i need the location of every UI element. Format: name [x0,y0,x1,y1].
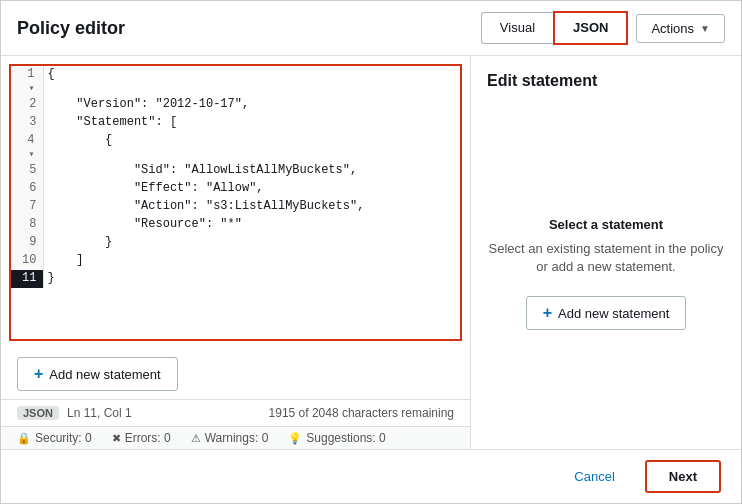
plus-icon-right: + [543,304,552,322]
code-line: 5 "Sid": "AllowListAllMyBuckets", [11,162,460,180]
json-badge: JSON [17,406,59,420]
code-line: 3 "Statement": [ [11,114,460,132]
status-label: Warnings: 0 [205,431,269,445]
code-line-content: "Statement": [ [43,114,460,132]
line-number: 2 [11,96,43,114]
code-line-content: ] [43,252,460,270]
status-label: Suggestions: 0 [306,431,385,445]
code-line-content: "Effect": "Allow", [43,180,460,198]
editor-panel: 1 ▾{2 "Version": "2012-10-17",3 "Stateme… [1,56,471,449]
status-icon: 🔒 [17,432,31,445]
cursor-position: Ln 11, Col 1 [67,406,132,420]
code-line-content: } [43,234,460,252]
editor-footer: JSON Ln 11, Col 1 1915 of 2048 character… [1,399,470,426]
status-label: Security: 0 [35,431,92,445]
status-label: Errors: 0 [125,431,171,445]
code-line: 9 } [11,234,460,252]
code-line-content: "Resource": "*" [43,216,460,234]
chevron-down-icon: ▼ [700,23,710,34]
content-area: 1 ▾{2 "Version": "2012-10-17",3 "Stateme… [1,56,741,449]
code-line-content: "Version": "2012-10-17", [43,96,460,114]
code-table: 1 ▾{2 "Version": "2012-10-17",3 "Stateme… [11,66,460,288]
tab-json[interactable]: JSON [553,11,628,45]
code-line: 6 "Effect": "Allow", [11,180,460,198]
status-item: 💡Suggestions: 0 [288,431,385,445]
code-line: 2 "Version": "2012-10-17", [11,96,460,114]
line-number: 7 [11,198,43,216]
status-icon: ⚠ [191,432,201,445]
code-line-content: { [43,66,460,96]
code-line: 11} [11,270,460,288]
plus-icon: + [34,365,43,383]
add-statement-area: + Add new statement [1,349,470,399]
code-line-content: { [43,132,460,162]
select-statement-title: Select a statement [549,217,663,232]
status-icon: ✖ [112,432,121,445]
code-line: 1 ▾{ [11,66,460,96]
next-button[interactable]: Next [645,460,721,493]
code-line: 8 "Resource": "*" [11,216,460,234]
select-statement-section: Select a statement Select an existing st… [487,114,725,433]
status-item: 🔒Security: 0 [17,431,92,445]
editor-info: JSON Ln 11, Col 1 [17,406,132,420]
header: Policy editor Visual JSON Actions ▼ [1,1,741,56]
line-number: 9 [11,234,43,252]
add-statement-button[interactable]: + Add new statement [17,357,178,391]
line-number: 6 [11,180,43,198]
bottom-actions: Cancel Next [1,449,741,503]
code-line: 4 ▾ { [11,132,460,162]
add-new-statement-button[interactable]: + Add new statement [526,296,687,330]
status-bar: 🔒Security: 0✖Errors: 0⚠Warnings: 0💡Sugge… [1,426,470,449]
line-number: 8 [11,216,43,234]
select-statement-desc: Select an existing statement in the poli… [487,240,725,276]
code-line: 10 ] [11,252,460,270]
right-panel: Edit statement Select a statement Select… [471,56,741,449]
line-number: 3 [11,114,43,132]
code-line: 7 "Action": "s3:ListAllMyBuckets", [11,198,460,216]
status-item: ✖Errors: 0 [112,431,171,445]
actions-button[interactable]: Actions ▼ [636,14,725,43]
page-title: Policy editor [17,18,125,39]
tab-group: Visual JSON [481,11,629,45]
right-panel-title: Edit statement [487,72,725,90]
chars-remaining: 1915 of 2048 characters remaining [269,406,454,420]
code-editor[interactable]: 1 ▾{2 "Version": "2012-10-17",3 "Stateme… [9,64,462,341]
tab-visual[interactable]: Visual [481,12,553,44]
status-item: ⚠Warnings: 0 [191,431,269,445]
policy-editor-container: Policy editor Visual JSON Actions ▼ 1 ▾{… [0,0,742,504]
cancel-button[interactable]: Cancel [556,462,632,491]
status-icon: 💡 [288,432,302,445]
code-line-content: "Sid": "AllowListAllMyBuckets", [43,162,460,180]
line-number: 10 [11,252,43,270]
line-number: 4 ▾ [11,132,43,162]
line-number: 5 [11,162,43,180]
line-number: 11 [11,270,43,288]
line-number: 1 ▾ [11,66,43,96]
code-line-content: "Action": "s3:ListAllMyBuckets", [43,198,460,216]
code-line-content: } [43,270,460,288]
